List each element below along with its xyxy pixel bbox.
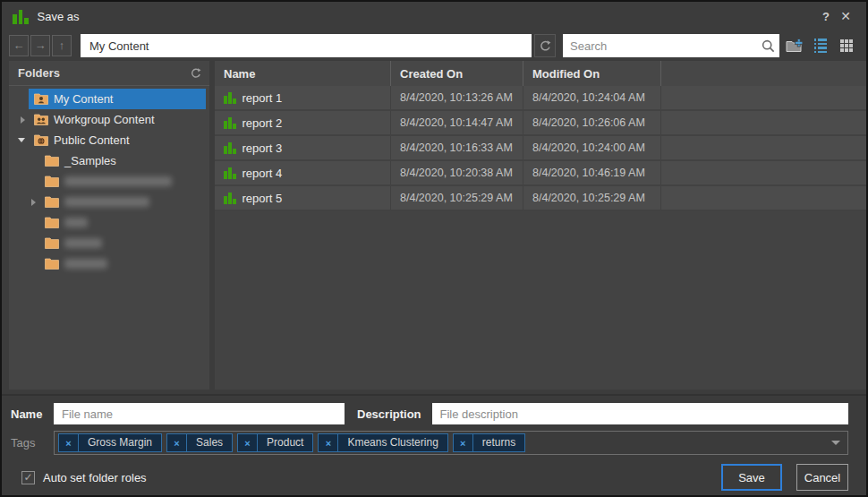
table-row[interactable]: report 4 8/4/2020, 10:20:38 AM 8/4/2020,… [215,161,866,186]
tree-item-redacted-5[interactable] [9,253,209,274]
up-button[interactable]: ↑ [52,35,72,56]
report-bar-chart-icon [224,167,236,179]
file-list-area: Name Created On Modified On report 1 8/4… [215,61,866,390]
tag-chips: × Gross Margin × Sales × Product × Kmean… [58,433,831,452]
folders-panel: Folders My Content [9,61,209,390]
tree-item-redacted-4[interactable] [9,233,209,253]
search-icon[interactable] [761,39,776,54]
expand-expanded-icon[interactable] [18,138,25,142]
modified-on: 8/4/2020, 10:24:04 AM [532,91,645,104]
report-bar-chart-icon [224,116,236,129]
folders-panel-title: Folders [18,66,190,80]
auto-set-folder-roles-label: Auto set folder roles [43,471,147,484]
table-header: Name Created On Modified On [215,61,866,86]
tag-label: Sales [186,434,232,451]
title-bar: Save as ? ✕ [2,2,866,30]
my-content-folder-icon [34,93,48,105]
redacted-folder-name [64,176,172,186]
folder-icon [45,217,59,228]
redacted-folder-name [64,238,102,248]
search-input[interactable] [563,35,761,56]
redacted-folder-name [64,218,88,227]
tree-item-label: Public Content [54,133,130,147]
table-row[interactable]: report 5 8/4/2020, 10:25:29 AM 8/4/2020,… [215,186,866,211]
folder-tree: My Content Workgroup Content [9,86,209,274]
dialog-title: Save as [38,10,80,23]
file-name: report 5 [243,192,283,205]
modified-on: 8/4/2020, 10:26:06 AM [532,116,645,129]
column-header-name[interactable]: Name [215,61,391,86]
save-as-dialog: Save as ? ✕ ← → ↑ [0,0,868,497]
remove-tag-icon[interactable]: × [238,438,257,449]
description-label: Description [357,407,421,421]
expand-collapsed-icon[interactable] [31,199,36,206]
report-bar-chart-icon [224,141,236,154]
tree-item-label: Workgroup Content [54,113,155,126]
auto-set-folder-roles-checkbox[interactable]: ✓ [21,471,35,484]
tag-chip: × Kmeans Clustering [318,433,447,452]
new-folder-button[interactable] [784,35,805,56]
workgroup-folder-icon [34,114,48,125]
file-name: report 4 [243,167,283,180]
table-row[interactable]: report 3 8/4/2020, 10:16:33 AM 8/4/2020,… [215,136,866,161]
back-button[interactable]: ← [9,35,29,56]
redacted-folder-name [64,259,107,269]
column-header-modified[interactable]: Modified On [523,61,661,86]
tree-item-samples[interactable]: _Samples [9,150,209,171]
table-row[interactable]: report 2 8/4/2020, 10:14:47 AM 8/4/2020,… [215,111,866,136]
remove-tag-icon[interactable]: × [319,438,337,449]
navigation-bar: ← → ↑ [2,30,866,61]
tags-label: Tags [11,436,54,450]
modified-on: 8/4/2020, 10:46:19 AM [532,167,645,179]
created-on: 8/4/2020, 10:13:26 AM [400,91,513,104]
file-name-input[interactable] [54,403,345,424]
tag-chip: × Sales [166,433,233,452]
remove-tag-icon[interactable]: × [167,438,186,449]
table-row[interactable]: report 1 8/4/2020, 10:13:26 AM 8/4/2020,… [215,86,866,111]
tag-chip: × Gross Margin [58,433,162,452]
list-view-button[interactable] [810,35,831,56]
close-button[interactable]: ✕ [836,9,855,23]
remove-tag-icon[interactable]: × [454,438,472,449]
cancel-button[interactable]: Cancel [796,464,848,491]
public-folder-icon [34,134,48,146]
tree-item-public-content[interactable]: Public Content [9,130,209,150]
save-button[interactable]: Save [721,464,782,491]
tag-label: Kmeans Clustering [337,434,447,451]
report-bar-chart-icon [224,192,236,204]
refresh-icon [539,39,552,53]
remove-tag-icon[interactable]: × [59,438,78,449]
tags-dropdown-caret-icon[interactable] [831,441,840,445]
tree-item-redacted-3[interactable] [9,212,209,233]
folder-icon [45,196,59,208]
grid-view-button[interactable] [836,35,857,56]
column-header-created[interactable]: Created On [391,61,523,86]
tag-chip: × returns [453,433,525,452]
redacted-folder-name [64,197,149,207]
path-input[interactable] [81,34,532,57]
tree-item-label: My Content [54,92,113,106]
expand-collapsed-icon[interactable] [21,116,25,124]
file-name: report 2 [243,116,283,130]
list-view-icon [814,39,828,53]
tree-item-redacted-1[interactable] [9,171,209,192]
forward-button[interactable]: → [30,35,50,56]
tag-label: returns [472,434,524,451]
file-name: report 1 [243,91,283,105]
file-name: report 3 [243,141,283,155]
folder-icon [45,176,59,187]
tag-chip: × Product [237,433,313,452]
name-label: Name [11,407,54,421]
modified-on: 8/4/2020, 10:24:00 AM [532,141,645,154]
tree-item-redacted-2[interactable] [9,192,209,212]
help-button[interactable]: ? [816,10,836,23]
tags-field[interactable]: × Gross Margin × Sales × Product × Kmean… [54,431,848,455]
folder-icon [45,258,59,270]
tree-item-my-content[interactable]: My Content [9,89,209,109]
tree-item-workgroup-content[interactable]: Workgroup Content [9,109,209,130]
refresh-path-button[interactable] [534,34,556,57]
file-description-input[interactable] [432,403,848,424]
folder-icon [45,155,59,167]
modified-on: 8/4/2020, 10:25:29 AM [532,192,645,204]
refresh-folders-icon[interactable] [190,67,202,80]
